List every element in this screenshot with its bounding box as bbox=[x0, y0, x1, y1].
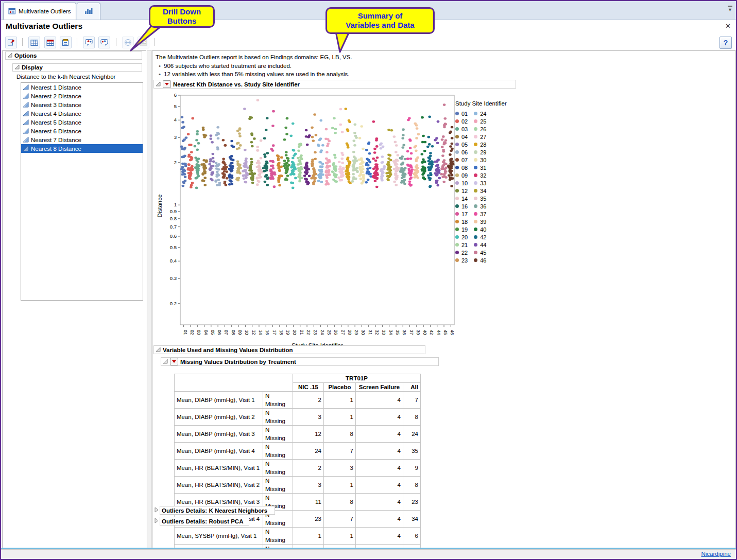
list-item-nearest-3-distance[interactable]: Nearest 3 Distance bbox=[21, 100, 143, 109]
vertical-scrollbar[interactable] bbox=[147, 50, 152, 549]
variables-section-header[interactable]: Variable Used and Missing Values Distrib… bbox=[153, 345, 425, 354]
make-data-table-icon[interactable] bbox=[28, 37, 40, 48]
missing-section-header[interactable]: Missing Values Distribution by Treatment bbox=[161, 357, 439, 366]
legend-color-dot bbox=[455, 119, 459, 123]
svg-text:Distance: Distance bbox=[157, 195, 163, 218]
disclosure-closed-icon[interactable] bbox=[154, 507, 159, 514]
legend-item[interactable]: 34 bbox=[474, 187, 486, 195]
svg-text:36: 36 bbox=[402, 330, 407, 335]
legend-item[interactable]: 45 bbox=[474, 249, 486, 256]
help-button[interactable]: ? bbox=[719, 37, 732, 49]
legend-item[interactable]: 44 bbox=[474, 241, 486, 249]
legend-item[interactable]: 19 bbox=[455, 225, 468, 233]
legend-item[interactable]: 14 bbox=[455, 195, 468, 202]
svg-text:19: 19 bbox=[285, 330, 290, 335]
svg-text:0.5: 0.5 bbox=[170, 244, 177, 250]
value-cell: 8 bbox=[324, 494, 356, 511]
export-report-icon[interactable] bbox=[5, 37, 17, 48]
legend-item[interactable]: 30 bbox=[474, 156, 486, 164]
legend-item[interactable]: 36 bbox=[474, 202, 486, 210]
legend-item[interactable]: 32 bbox=[474, 171, 486, 179]
row-label-cell: Mean, DIABP (mmHg), Visit 2 bbox=[175, 409, 263, 426]
legend-item[interactable]: 03 bbox=[455, 125, 468, 133]
close-icon[interactable]: ✕ bbox=[725, 22, 731, 30]
legend-item[interactable]: 29 bbox=[474, 148, 486, 156]
value-cell: 4 bbox=[356, 409, 403, 426]
options-panel: Options Display Distance to the k-th Nea… bbox=[2, 50, 146, 549]
display-header[interactable]: Display bbox=[12, 63, 142, 72]
red-triangle-menu-icon[interactable] bbox=[170, 358, 178, 365]
legend-item[interactable]: 05 bbox=[455, 141, 468, 148]
legend-item[interactable]: 39 bbox=[474, 218, 486, 225]
list-item-nearest-4-distance[interactable]: Nearest 4 Distance bbox=[21, 109, 143, 118]
legend-item[interactable]: 42 bbox=[474, 233, 486, 241]
legend-color-dot bbox=[474, 212, 477, 216]
svg-text:6: 6 bbox=[174, 92, 177, 98]
legend-item[interactable]: 33 bbox=[474, 179, 486, 187]
make-combined-data-table-icon[interactable] bbox=[44, 37, 56, 48]
legend-item[interactable]: 09 bbox=[455, 171, 468, 179]
list-item-nearest-7-distance[interactable]: Nearest 7 Distance bbox=[21, 135, 143, 144]
legend-item[interactable]: 20 bbox=[455, 233, 468, 241]
legend-item[interactable]: 21 bbox=[455, 241, 468, 249]
legend-color-dot bbox=[474, 143, 477, 146]
legend-item[interactable]: 37 bbox=[474, 210, 486, 218]
outliers-knn-section-header[interactable]: Outliers Details: K Nearest Neighbors bbox=[160, 506, 275, 515]
list-item-nearest-5-distance[interactable]: Nearest 5 Distance bbox=[21, 118, 143, 127]
value-cell: 11 bbox=[293, 494, 324, 511]
save-journal-icon[interactable] bbox=[60, 37, 72, 48]
list-item-nearest-1-distance[interactable]: Nearest 1 Distance bbox=[21, 83, 143, 92]
legend-color-dot bbox=[455, 173, 459, 177]
outliers-pca-section-header[interactable]: Outliers Details: Robust PCA bbox=[160, 517, 249, 526]
value-cell: 12 bbox=[293, 426, 324, 443]
legend-item[interactable]: 25 bbox=[474, 117, 486, 125]
report-area: The Multivariate Outliers report is base… bbox=[152, 50, 736, 549]
data-source-link[interactable]: Nicardipine bbox=[701, 551, 731, 557]
list-item-nearest-2-distance[interactable]: Nearest 2 Distance bbox=[21, 92, 143, 100]
tab-graph[interactable] bbox=[77, 3, 100, 20]
legend-item[interactable]: 22 bbox=[455, 249, 468, 256]
tab-multivariate-outliers[interactable]: Multivariate Outliers bbox=[3, 3, 76, 20]
legend-color-dot bbox=[455, 251, 459, 254]
tab-label: Multivariate Outliers bbox=[19, 8, 71, 14]
missing-values-table: TRT01P NIC .15 Placebo Screen Failure Al… bbox=[174, 374, 421, 560]
red-triangle-menu-icon[interactable] bbox=[163, 80, 171, 88]
legend-item[interactable]: 40 bbox=[474, 225, 486, 233]
disclosure-closed-icon[interactable] bbox=[154, 518, 159, 524]
legend-title: Study Site Identifier bbox=[455, 100, 527, 107]
legend-item[interactable]: 12 bbox=[455, 187, 468, 195]
knn-distance-label: Distance to the k-th Nearest Neighbor bbox=[16, 74, 115, 80]
drill-down-icon[interactable] bbox=[83, 37, 95, 48]
nearest-distance-listbox[interactable]: Nearest 1 DistanceNearest 2 DistanceNear… bbox=[21, 82, 143, 301]
legend-item[interactable]: 31 bbox=[474, 164, 486, 171]
legend-item[interactable]: 08 bbox=[455, 164, 468, 171]
legend-item[interactable]: 01 bbox=[455, 110, 468, 117]
legend-item[interactable]: 27 bbox=[474, 133, 486, 141]
drill-up-icon[interactable] bbox=[98, 37, 110, 48]
legend-item[interactable]: 28 bbox=[474, 141, 486, 148]
legend-item[interactable]: 46 bbox=[474, 256, 486, 264]
legend-item[interactable]: 02 bbox=[455, 117, 468, 125]
tab-list-menu-icon[interactable]: ▼ bbox=[728, 6, 732, 12]
options-header[interactable]: Options bbox=[5, 51, 142, 60]
legend-item[interactable]: 07 bbox=[455, 156, 468, 164]
legend-color-dot bbox=[474, 166, 477, 169]
list-item-nearest-8-distance[interactable]: Nearest 8 Distance bbox=[21, 144, 143, 153]
svg-text:34: 34 bbox=[388, 330, 393, 335]
value-cell: 2 bbox=[293, 460, 324, 477]
legend-item[interactable]: 16 bbox=[455, 202, 468, 210]
legend-item[interactable]: 26 bbox=[474, 125, 486, 133]
legend-item[interactable]: 10 bbox=[455, 179, 468, 187]
legend-item[interactable]: 04 bbox=[455, 133, 468, 141]
legend-item[interactable]: 35 bbox=[474, 195, 486, 202]
svg-text:18: 18 bbox=[279, 330, 284, 335]
legend-color-dot bbox=[474, 158, 477, 162]
list-item-nearest-6-distance[interactable]: Nearest 6 Distance bbox=[21, 127, 143, 135]
legend-item[interactable]: 17 bbox=[455, 210, 468, 218]
legend-item[interactable]: 23 bbox=[455, 256, 468, 264]
legend-item[interactable]: 24 bbox=[474, 110, 486, 117]
legend-item[interactable]: 06 bbox=[455, 148, 468, 156]
legend-item[interactable]: 18 bbox=[455, 218, 468, 225]
chart-section-header[interactable]: Nearest Kth Distance vs. Study Site Iden… bbox=[153, 80, 516, 89]
table-corner-cell bbox=[175, 374, 293, 392]
